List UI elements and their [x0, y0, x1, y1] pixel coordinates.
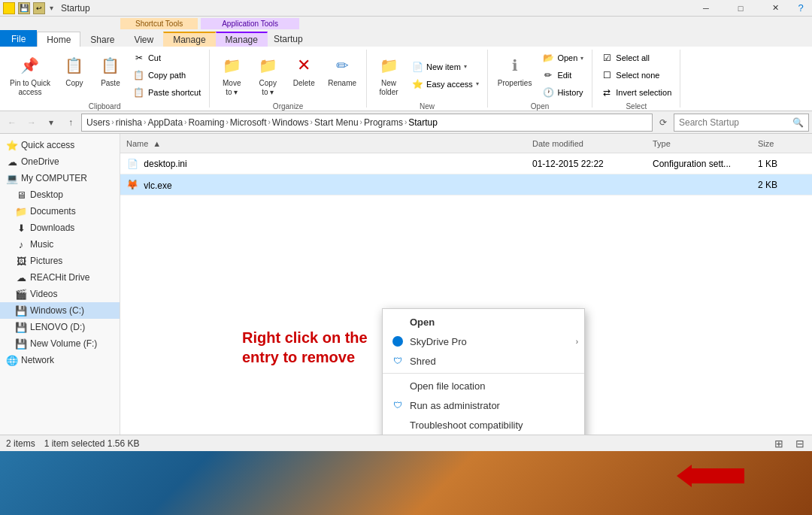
paste-button[interactable]: 📋 Paste — [93, 50, 128, 101]
copy-to-button[interactable]: 📁 Copyto ▾ — [250, 50, 285, 101]
tab-file[interactable]: File — [0, 30, 37, 47]
delete-label: Delete — [293, 79, 315, 88]
ctx-run-admin[interactable]: 🛡 Run as administrator — [383, 395, 584, 415]
undo-icon[interactable]: ↩ — [33, 2, 45, 14]
ctx-troubleshoot[interactable]: Troubleshoot compatibility — [383, 415, 584, 435]
ribbon-group-clipboard: 📌 Pin to Quickaccess 📋 Copy 📋 Paste ✂ Cu… — [0, 50, 210, 108]
copy-path-button[interactable]: 📋 Copy path — [129, 67, 205, 83]
sidebar-item-videos[interactable]: 🎬 Videos — [0, 286, 120, 302]
tab-manage-shortcut[interactable]: Manage — [163, 32, 215, 47]
select-none-button[interactable]: ☐ Select none — [597, 67, 675, 83]
col-header-name[interactable]: Name ▲ — [120, 134, 526, 153]
move-to-button[interactable]: 📁 Moveto ▾ — [214, 50, 249, 101]
ctx-open[interactable]: Open — [383, 312, 584, 332]
delete-button[interactable]: ✕ Delete — [286, 50, 321, 101]
select-all-button[interactable]: ☑ Select all — [597, 50, 675, 66]
refresh-button[interactable]: ⟳ — [654, 114, 672, 132]
easy-access-button[interactable]: ⭐ Easy access ▾ — [408, 76, 483, 92]
file-type-desktop-ini: Configuration sett... — [647, 159, 752, 169]
sidebar-item-network[interactable]: 🌐 Network — [0, 352, 120, 368]
tab-startup: Startup — [268, 32, 309, 47]
invert-icon: ⇄ — [601, 86, 613, 98]
pin-to-quick-access-button[interactable]: 📌 Pin to Quickaccess — [5, 50, 56, 101]
drive-c-icon: 💾 — [15, 304, 27, 317]
up-button[interactable]: ↑ — [62, 114, 80, 132]
forward-button[interactable]: → — [23, 114, 41, 132]
path-arrow-7: › — [360, 118, 362, 126]
address-bar: ← → ▾ ↑ Users › rinisha › AppData › Roam… — [0, 111, 812, 134]
path-startup: Startup — [408, 117, 438, 128]
recent-locations-button[interactable]: ▾ — [42, 114, 60, 132]
close-button[interactable]: ✕ — [758, 0, 792, 17]
help-button[interactable]: ? — [792, 0, 809, 17]
downloads-icon: ⬇ — [15, 222, 27, 234]
tab-share[interactable]: Share — [80, 32, 124, 47]
move-to-label: Moveto ▾ — [223, 79, 241, 97]
rename-icon: ✏ — [330, 53, 354, 77]
new-folder-icon: 📁 — [377, 53, 401, 77]
file-row-desktop-ini[interactable]: 📄 desktop.ini 01-12-2015 22:22 Configura… — [120, 153, 812, 174]
open-label: Open — [531, 101, 549, 112]
file-row-vlc[interactable]: 🦊 vlc.exe 2 KB — [120, 174, 812, 195]
col-header-type[interactable]: Type — [647, 134, 752, 153]
sidebar-item-reachit[interactable]: ☁ REACHit Drive — [0, 269, 120, 286]
path-arrow-5: › — [268, 118, 271, 126]
sidebar-item-my-computer[interactable]: 💻 My COMPUTER — [0, 170, 120, 186]
status-bar: 2 items 1 item selected 1.56 KB ⊞ ⊟ — [0, 435, 812, 451]
customize-toolbar-arrow[interactable]: ▾ — [48, 4, 55, 12]
edit-button[interactable]: ✏ Edit — [538, 67, 587, 83]
path-roaming: Roaming — [188, 117, 224, 128]
rename-button[interactable]: ✏ Rename — [323, 50, 362, 101]
paste-shortcut-button[interactable]: 📋 Paste shortcut — [129, 84, 205, 101]
sidebar-item-onedrive[interactable]: ☁ OneDrive — [0, 153, 120, 170]
minimize-button[interactable]: ─ — [689, 0, 723, 17]
maximize-button[interactable]: □ — [723, 0, 758, 17]
path-arrow-2: › — [144, 118, 146, 126]
path-arrow-3: › — [184, 118, 186, 126]
copy-to-label: Copyto ▾ — [259, 79, 277, 97]
tab-manage-app[interactable]: Manage — [216, 32, 268, 47]
cut-button[interactable]: ✂ Cut — [129, 50, 205, 66]
save-icon[interactable]: 💾 — [18, 2, 30, 14]
sidebar-item-desktop[interactable]: 🖥 Desktop — [0, 186, 120, 203]
clipboard-small-group: ✂ Cut 📋 Copy path 📋 Paste shortcut — [129, 50, 205, 101]
sidebar-item-downloads[interactable]: ⬇ Downloads — [0, 220, 120, 236]
back-button[interactable]: ← — [3, 114, 21, 132]
red-arrow — [677, 465, 744, 489]
invert-selection-button[interactable]: ⇄ Invert selection — [597, 84, 675, 101]
path-arrow-1: › — [111, 118, 114, 126]
new-item-button[interactable]: 📄 New item ▾ — [408, 59, 483, 75]
drive-f-icon: 💾 — [15, 338, 27, 350]
open-button[interactable]: 📂 Open ▾ — [538, 50, 587, 66]
ctx-shred[interactable]: 🛡 Shred — [383, 351, 584, 371]
open-icon: 📂 — [542, 52, 554, 64]
address-path[interactable]: Users › rinisha › AppData › Roaming › Mi… — [81, 114, 653, 132]
scissors-icon: ✂ — [133, 52, 145, 64]
history-button[interactable]: 🕐 History — [538, 84, 587, 101]
ctx-open-file-location[interactable]: Open file location — [383, 376, 584, 395]
select-content: ☑ Select all ☐ Select none ⇄ Invert sele… — [597, 50, 675, 101]
ribbon-group-organize: 📁 Moveto ▾ 📁 Copyto ▾ ✕ Delete ✏ Rename … — [210, 50, 367, 108]
quick-access-toolbar-icon — [3, 2, 15, 14]
ctx-skydrive-pro[interactable]: SkyDrive Pro › — [383, 332, 584, 351]
new-folder-button[interactable]: 📁 Newfolder — [371, 50, 406, 101]
sidebar-item-documents[interactable]: 📁 Documents — [0, 203, 120, 220]
sidebar-item-pictures[interactable]: 🖼 Pictures — [0, 253, 120, 269]
large-icons-button[interactable]: ⊟ — [794, 436, 806, 451]
col-header-date[interactable]: Date modified — [526, 134, 647, 153]
details-view-button[interactable]: ⊞ — [773, 436, 785, 451]
col-header-size[interactable]: Size — [752, 134, 812, 153]
sidebar-item-windows-c[interactable]: 💾 Windows (C:) — [0, 302, 120, 319]
open-arrow: ▾ — [580, 55, 583, 62]
search-icon[interactable]: 🔍 — [792, 117, 804, 128]
tab-view[interactable]: View — [124, 32, 163, 47]
search-input[interactable] — [679, 117, 792, 128]
copy-button[interactable]: 📋 Copy — [57, 50, 92, 101]
sidebar-item-music[interactable]: ♪ Music — [0, 236, 120, 253]
path-arrow-8: › — [404, 118, 407, 126]
properties-button[interactable]: ℹ Properties — [492, 50, 538, 101]
sidebar-item-quick-access[interactable]: ⭐ Quick access — [0, 137, 120, 153]
sidebar-item-new-volume-f[interactable]: 💾 New Volume (F:) — [0, 335, 120, 352]
sidebar-item-lenovo-d[interactable]: 💾 LENOVO (D:) — [0, 319, 120, 335]
tab-home[interactable]: Home — [37, 32, 80, 47]
